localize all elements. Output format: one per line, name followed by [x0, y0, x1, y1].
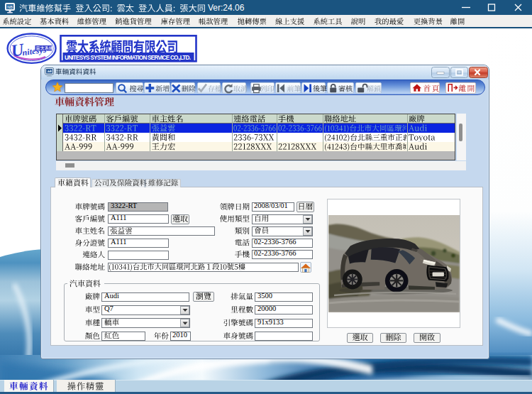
svg-text:NB: NB: [7, 5, 13, 9]
svg-text:UNITESYS SYSTEM INFORMATION SE: UNITESYS SYSTEM INFORMATION SERVICE CO.,…: [65, 55, 191, 61]
